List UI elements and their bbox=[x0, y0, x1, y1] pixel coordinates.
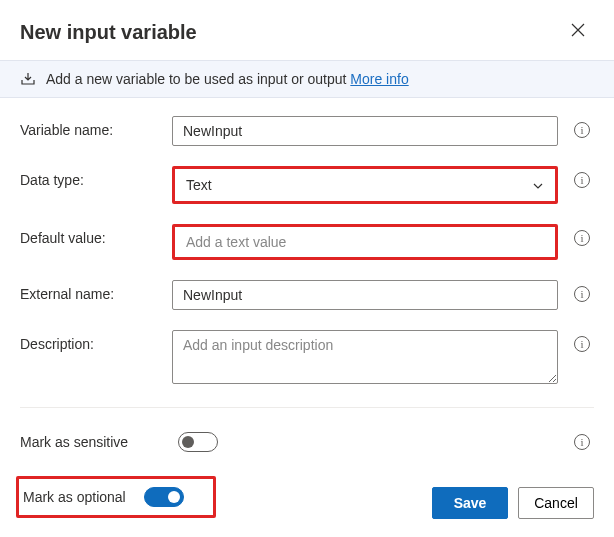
data-type-value: Text bbox=[186, 177, 212, 193]
info-variable-name[interactable]: i bbox=[570, 116, 594, 138]
label-data-type: Data type: bbox=[20, 166, 160, 188]
data-type-select[interactable]: Text bbox=[175, 169, 555, 201]
label-mark-optional: Mark as optional bbox=[19, 489, 126, 505]
banner-text-label: Add a new variable to be used as input o… bbox=[46, 71, 350, 87]
row-description: Description: i bbox=[20, 330, 594, 387]
banner-text: Add a new variable to be used as input o… bbox=[46, 71, 409, 87]
form-area: Variable name: i Data type: Text i Defau… bbox=[0, 98, 614, 387]
mark-sensitive-toggle[interactable] bbox=[178, 432, 218, 452]
info-default-value[interactable]: i bbox=[570, 224, 594, 246]
dialog-header: New input variable bbox=[0, 0, 614, 60]
chevron-down-icon bbox=[532, 179, 544, 191]
row-default-value: Default value: i bbox=[20, 224, 594, 260]
info-mark-sensitive[interactable]: i bbox=[570, 434, 594, 450]
more-info-link[interactable]: More info bbox=[350, 71, 408, 87]
label-mark-sensitive: Mark as sensitive bbox=[20, 434, 160, 450]
cancel-button[interactable]: Cancel bbox=[518, 487, 594, 519]
save-button[interactable]: Save bbox=[432, 487, 508, 519]
info-icon: i bbox=[574, 286, 590, 302]
field-variable-name bbox=[172, 116, 558, 146]
mark-optional-highlight: Mark as optional bbox=[16, 476, 216, 518]
close-icon bbox=[571, 23, 585, 41]
label-external-name: External name: bbox=[20, 280, 160, 302]
info-external-name[interactable]: i bbox=[570, 280, 594, 302]
info-icon: i bbox=[574, 434, 590, 450]
dialog-title: New input variable bbox=[20, 21, 197, 44]
dialog-footer: Save Cancel bbox=[432, 487, 594, 519]
toggle-area-sensitive bbox=[172, 428, 558, 456]
info-icon: i bbox=[574, 230, 590, 246]
row-mark-sensitive: Mark as sensitive i bbox=[0, 422, 614, 462]
new-variable-dialog: New input variable Add a new variable to… bbox=[0, 0, 614, 537]
variable-name-input[interactable] bbox=[172, 116, 558, 146]
row-external-name: External name: i bbox=[20, 280, 594, 310]
label-variable-name: Variable name: bbox=[20, 116, 160, 138]
info-banner: Add a new variable to be used as input o… bbox=[0, 60, 614, 98]
external-name-input[interactable] bbox=[172, 280, 558, 310]
info-icon: i bbox=[574, 122, 590, 138]
info-icon: i bbox=[574, 336, 590, 352]
row-data-type: Data type: Text i bbox=[20, 166, 594, 204]
field-default-value bbox=[172, 224, 558, 260]
download-icon bbox=[20, 71, 36, 87]
row-variable-name: Variable name: i bbox=[20, 116, 594, 146]
field-data-type: Text bbox=[172, 166, 558, 204]
field-external-name bbox=[172, 280, 558, 310]
info-icon: i bbox=[574, 172, 590, 188]
info-description[interactable]: i bbox=[570, 330, 594, 352]
close-button[interactable] bbox=[562, 16, 594, 48]
description-input[interactable] bbox=[172, 330, 558, 384]
mark-optional-toggle[interactable] bbox=[144, 487, 184, 507]
field-description bbox=[172, 330, 558, 387]
label-description: Description: bbox=[20, 330, 160, 352]
divider bbox=[20, 407, 594, 408]
info-data-type[interactable]: i bbox=[570, 166, 594, 188]
label-default-value: Default value: bbox=[20, 224, 160, 246]
default-value-input[interactable] bbox=[175, 227, 555, 257]
